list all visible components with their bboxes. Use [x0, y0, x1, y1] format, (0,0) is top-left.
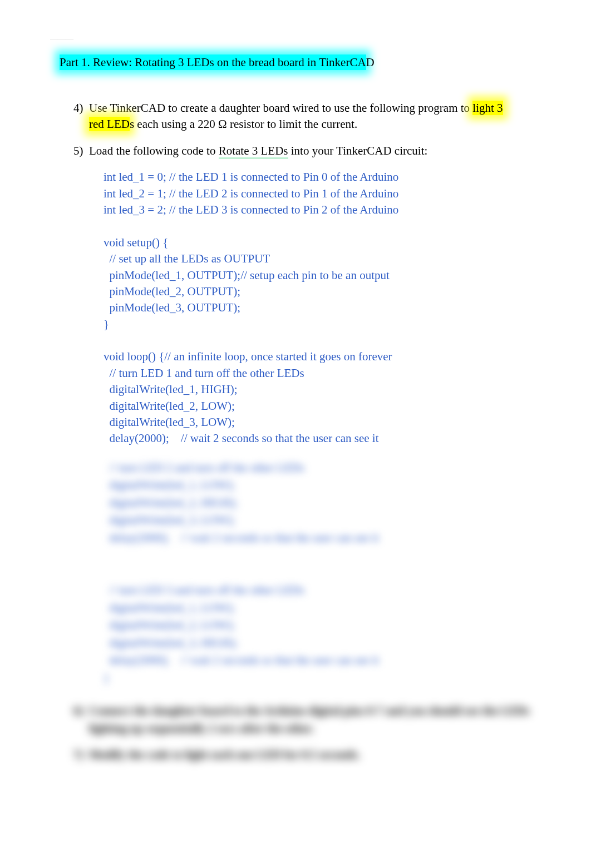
code-line: pinMode(led_3, OUTPUT); — [104, 301, 240, 314]
code-line: } — [104, 318, 109, 331]
code-line: int led_1 = 0; // the LED 1 is connected… — [104, 170, 398, 183]
blurred-code-line: digitalWrite(led_2, LOW); — [104, 618, 235, 632]
code-line: int led_3 = 2; // the LED 3 is connected… — [104, 203, 398, 216]
heading-highlighted: Part 1. Review: Rotating 3 LEDs on the b… — [60, 54, 366, 70]
code-line: // set up all the LEDs as OUTPUT — [104, 252, 270, 265]
code-line: digitalWrite(led_2, LOW); — [104, 399, 235, 413]
code-line: pinMode(led_2, OUTPUT); — [104, 285, 240, 298]
code-block: int led_1 = 0; // the LED 1 is connected… — [104, 169, 535, 447]
faded-header-mark: ——— — [50, 34, 73, 43]
list-marker-4: 4) — [73, 100, 89, 133]
list-content-5: Load the following code to Rotate 3 LEDs… — [89, 143, 535, 159]
code-line: void setup() { — [104, 236, 168, 249]
code-line: pinMode(led_1, OUTPUT);// setup each pin… — [104, 269, 390, 282]
code-line: digitalWrite(led_1, HIGH); — [104, 383, 238, 396]
list-item-5: 5) Load the following code to Rotate 3 L… — [73, 143, 535, 159]
item5-underlined: Rotate 3 LEDs — [219, 145, 288, 159]
list-marker-5: 5) — [73, 143, 89, 159]
ordered-list: 4) Use TinkerCAD to create a daughter bo… — [73, 100, 535, 159]
code-line: delay(2000); // wait 2 seconds so that t… — [104, 431, 379, 445]
item5-post: into your TinkerCAD circuit: — [288, 144, 428, 157]
blurred-list-item-6: 6) Connect the daughter board to the Ard… — [73, 702, 535, 737]
blurred-code-line: delay(2000); // wait 2 seconds so that t… — [104, 653, 379, 667]
code-line: // turn LED 1 and turn off the other LED… — [104, 366, 304, 380]
blurred-content-7: Modify the code to light each one LED fo… — [89, 746, 535, 764]
item4-pre: Use TinkerCAD to create a daughter board… — [89, 101, 472, 115]
code-line: void loop() {// an infinite loop, once s… — [104, 350, 392, 363]
blurred-code-line: // turn LED 3 and turn off the other LED… — [104, 583, 304, 597]
item4-post: s each using a 220 Ω resistor to limit t… — [130, 117, 357, 131]
blurred-marker-6: 6) — [73, 702, 89, 737]
blurred-list-item-7: 7) Modify the code to light each one LED… — [73, 746, 535, 764]
blurred-code-line: digitalWrite(led_3, HIGH); — [104, 636, 238, 649]
blurred-code-line: digitalWrite(led_1, LOW); — [104, 601, 235, 614]
blurred-code-line: digitalWrite(led_3, LOW); — [104, 513, 235, 527]
blurred-code-line: } — [104, 671, 109, 685]
blurred-code-line: delay(2000); // wait 2 seconds so that t… — [104, 531, 379, 544]
blurred-code-line: // turn LED 2 and turn off the other LED… — [104, 461, 304, 474]
code-line: int led_2 = 1; // the LED 2 is connected… — [104, 187, 398, 200]
blurred-content-6: Connect the daughter board to the Arduin… — [89, 702, 535, 737]
blurred-marker-7: 7) — [73, 746, 89, 764]
blurred-code-block: // turn LED 2 and turn off the other LED… — [104, 459, 535, 687]
blurred-code-line: digitalWrite(led_2, HIGH); — [104, 496, 238, 509]
list-content-4: Use TinkerCAD to create a daughter board… — [89, 100, 535, 133]
blurred-list: 6) Connect the daughter board to the Ard… — [73, 702, 535, 764]
list-item-4: 4) Use TinkerCAD to create a daughter bo… — [73, 100, 535, 133]
item5-pre: Load the following code to — [89, 144, 219, 157]
code-line: digitalWrite(led_3, LOW); — [104, 415, 235, 429]
section-heading: Part 1. Review: Rotating 3 LEDs on the b… — [60, 56, 535, 70]
blurred-code-line: digitalWrite(led_1, LOW); — [104, 478, 235, 492]
heading-trailing: D — [366, 56, 375, 69]
item4-highlight-1: light 3 — [472, 101, 503, 115]
item4-highlight-2: red LED — [89, 117, 130, 131]
